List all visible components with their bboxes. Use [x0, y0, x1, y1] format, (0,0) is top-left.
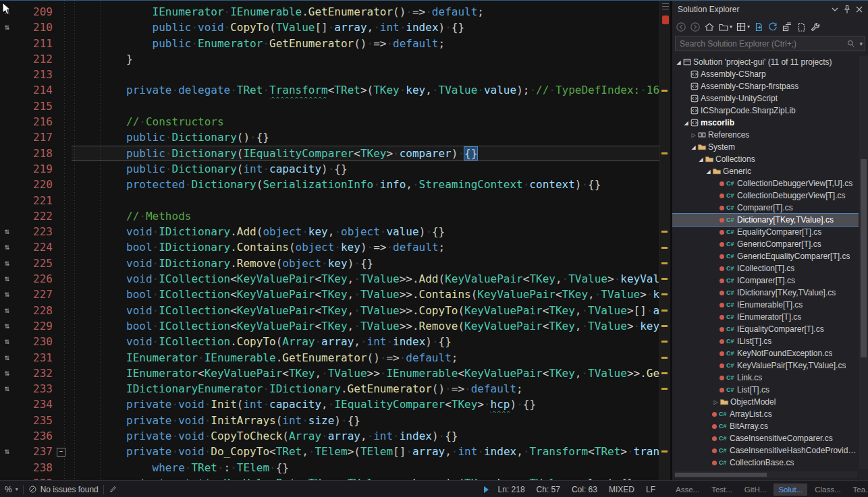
- search-input[interactable]: [676, 39, 844, 49]
- tree-item[interactable]: Assembly-CSharp: [672, 68, 859, 80]
- expand-icon[interactable]: ▷: [712, 399, 720, 405]
- code-line[interactable]: ⇅210public·void·CopyTo(TValue[]·array,·i…: [0, 20, 659, 35]
- code-text[interactable]: void·ICollection<KeyValuePair<TKey,·TVal…: [72, 271, 659, 287]
- override-indicator-icon[interactable]: ⇅: [0, 256, 13, 271]
- panel-tab[interactable]: GitH...: [740, 484, 771, 496]
- tree-item[interactable]: C#CollectionBase.cs: [672, 457, 859, 469]
- tree-item[interactable]: ◢mscorlib: [672, 117, 859, 129]
- code-line[interactable]: 212}: [0, 51, 659, 67]
- override-indicator-icon[interactable]: ⇅: [0, 444, 13, 459]
- tree-item[interactable]: C#IList[T].cs: [672, 335, 859, 347]
- tree-item[interactable]: C#KeyValuePair[TKey,TValue].cs: [672, 359, 859, 372]
- line-number[interactable]: 216: [13, 114, 57, 129]
- scrollbar-thumb[interactable]: [861, 159, 867, 357]
- code-text[interactable]: void·IDictionary.Remove(object·key)·{}: [72, 256, 659, 271]
- code-text[interactable]: public·Dictionary(IEqualityComparer<TKey…: [72, 146, 659, 161]
- code-line[interactable]: 222//·Methods: [0, 208, 659, 224]
- tree-item[interactable]: C#IEnumerator[T].cs: [672, 311, 859, 323]
- line-number[interactable]: 226: [13, 271, 57, 287]
- line-number[interactable]: 232: [13, 366, 57, 381]
- code-text[interactable]: protected·Dictionary(SerializationInfo·i…: [72, 177, 659, 192]
- line-number[interactable]: 238: [13, 460, 57, 475]
- override-indicator-icon[interactable]: ⇅: [0, 20, 13, 35]
- code-line[interactable]: 238where·TRet·:·TElem·{}: [0, 460, 659, 475]
- tree-item[interactable]: C#CollectionDebuggerView[T,U].cs: [672, 177, 859, 189]
- code-line[interactable]: 235private·void·InitArrays(int·size)·{}: [0, 413, 659, 428]
- code-text[interactable]: private·delegate·TRet·Transform<TRet>(TK…: [72, 82, 659, 98]
- code-text[interactable]: [72, 67, 659, 82]
- code-text[interactable]: private·void·Do_CopyTo<TRet,·TElem>(TEle…: [72, 444, 659, 459]
- expand-icon[interactable]: ▷: [690, 132, 697, 138]
- override-indicator-icon[interactable]: ⇅: [0, 318, 13, 334]
- tree-item[interactable]: C#IEqualityComparer[T].cs: [672, 323, 859, 335]
- line-number[interactable]: 234: [13, 397, 57, 412]
- line-number[interactable]: 219: [13, 161, 57, 177]
- line-number[interactable]: 227: [13, 287, 57, 302]
- override-indicator-icon[interactable]: ⇅: [0, 381, 13, 397]
- tree-item[interactable]: C#ICollection[T].cs: [672, 262, 859, 274]
- line-number[interactable]: 214: [13, 82, 57, 98]
- override-indicator-icon[interactable]: ⇅: [0, 366, 13, 381]
- status-nav-arrow-icon[interactable]: [484, 486, 489, 493]
- code-line[interactable]: 211public·Enumerator·GetEnumerator()·=>·…: [0, 36, 659, 51]
- tree-item[interactable]: C#Comparer[T].cs: [672, 202, 859, 214]
- code-line[interactable]: 221: [0, 193, 659, 208]
- line-number[interactable]: 237: [13, 444, 57, 459]
- line-number[interactable]: 223: [13, 224, 57, 239]
- collapse-region-icon[interactable]: −: [57, 448, 65, 457]
- code-text[interactable]: void·IDictionary.Add(object·key,·object·…: [72, 224, 659, 239]
- override-indicator-icon[interactable]: ⇅: [0, 271, 13, 287]
- back-icon[interactable]: [675, 21, 687, 33]
- code-line[interactable]: ⇅227bool·ICollection<KeyValuePair<TKey,·…: [0, 287, 659, 302]
- code-text[interactable]: public·void·CopyTo(TValue[]·array,·int·i…: [72, 20, 659, 35]
- code-text[interactable]: [72, 193, 659, 208]
- search-box[interactable]: ▾: [675, 36, 865, 51]
- code-text[interactable]: bool·ICollection<KeyValuePair<TKey,·TVal…: [72, 287, 659, 302]
- line-indicator[interactable]: Ln: 218: [498, 485, 525, 494]
- code-text[interactable]: void·ICollection.CopyTo(Array·array,·int…: [72, 334, 659, 349]
- code-text[interactable]: //·Methods: [72, 208, 659, 224]
- refresh-icon[interactable]: [767, 21, 779, 33]
- collapse-all-icon[interactable]: [781, 21, 793, 33]
- line-number[interactable]: 228: [13, 303, 57, 318]
- code-line[interactable]: ⇅228void·ICollection<KeyValuePair<TKey,·…: [0, 303, 659, 318]
- line-number[interactable]: 220: [13, 177, 57, 192]
- tree-item[interactable]: C#CaseInsensitiveComparer.cs: [672, 432, 859, 444]
- line-number[interactable]: 221: [13, 193, 57, 208]
- collapse-icon[interactable]: ◢: [705, 169, 712, 175]
- override-indicator-icon[interactable]: ⇅: [0, 224, 13, 239]
- line-number[interactable]: 225: [13, 256, 57, 271]
- code-line[interactable]: 220protected·Dictionary(SerializationInf…: [0, 177, 659, 192]
- scrollbar-thumb[interactable]: [675, 473, 767, 477]
- line-number[interactable]: 236: [13, 428, 57, 444]
- code-line[interactable]: 214private·delegate·TRet·Transform<TRet>…: [0, 82, 659, 98]
- line-number[interactable]: 239: [13, 475, 57, 480]
- properties-icon[interactable]: [809, 21, 821, 33]
- code-line[interactable]: 217public·Dictionary()·{}: [0, 129, 659, 145]
- splitter-grip-icon[interactable]: [662, 3, 669, 9]
- line-number[interactable]: 235: [13, 413, 57, 428]
- override-indicator-icon[interactable]: ⇅: [0, 350, 13, 366]
- tree-item[interactable]: ◢System: [672, 141, 859, 153]
- code-line[interactable]: ⇅226void·ICollection<KeyValuePair<TKey,·…: [0, 271, 659, 287]
- collapse-icon[interactable]: ◢: [675, 59, 682, 65]
- views-icon[interactable]: ▾: [735, 21, 751, 33]
- tree-item[interactable]: C#CaseInsensitiveHashCodeProvider.cs: [672, 444, 859, 457]
- show-all-files-icon[interactable]: [795, 21, 807, 33]
- tree-horizontal-scrollbar[interactable]: [674, 471, 857, 478]
- editor-vertical-scrollbar[interactable]: [659, 1, 671, 480]
- collapse-icon[interactable]: ◢: [690, 144, 697, 150]
- line-number[interactable]: 215: [13, 98, 57, 114]
- code-text[interactable]: bool·ICollection<KeyValuePair<TKey,·TVal…: [72, 318, 659, 334]
- panel-tab[interactable]: Asse...: [671, 484, 704, 496]
- code-line[interactable]: ⇅232IEnumerator<KeyValuePair<TKey,·TValu…: [0, 366, 659, 381]
- code-line[interactable]: 215: [0, 98, 659, 114]
- code-line[interactable]: ⇅230void·ICollection.CopyTo(Array·array,…: [0, 334, 659, 349]
- code-line[interactable]: ⇅209IEnumerator·IEnumerable.GetEnumerato…: [0, 4, 659, 20]
- pin-icon[interactable]: [841, 3, 853, 16]
- line-number[interactable]: 210: [13, 20, 57, 35]
- code-line[interactable]: ⇅225void·IDictionary.Remove(object·key)·…: [0, 256, 659, 271]
- tree-item[interactable]: ICSharpCode.SharpZipLib: [672, 105, 859, 117]
- tree-item[interactable]: C#IComparer[T].cs: [672, 274, 859, 287]
- tree-item[interactable]: C#IEnumerable[T].cs: [672, 299, 859, 311]
